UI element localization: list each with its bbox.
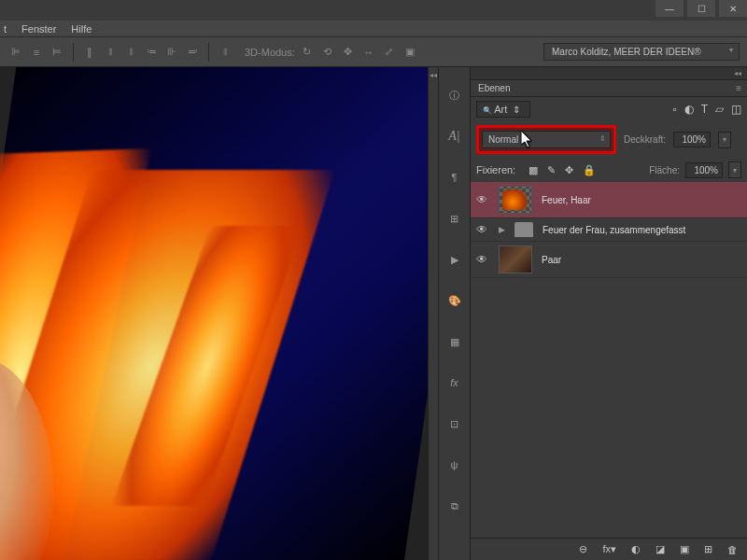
brush-icon[interactable]: ψ	[444, 455, 465, 474]
layer-style-icon[interactable]: fx▾	[602, 543, 616, 555]
adjustment-layer-icon[interactable]: ◪	[655, 543, 665, 555]
scale-icon[interactable]: ⤢	[381, 44, 398, 61]
layer-row[interactable]: 👁 Feuer, Haar	[471, 182, 747, 218]
delete-layer-icon[interactable]: 🗑	[727, 544, 738, 555]
fill-label: Fläche:	[649, 165, 680, 175]
actions-icon[interactable]: ▶	[444, 250, 465, 269]
align-icon[interactable]: ≡	[28, 44, 45, 61]
opacity-label: Deckkraft:	[624, 134, 666, 145]
distribute-icon[interactable]: ⦀	[102, 44, 119, 61]
menu-item-t[interactable]: t	[4, 23, 7, 35]
lock-fill-row: Fixieren: ▩ ✎ ✥ 🔒 Fläche: 100% ▾	[471, 158, 747, 182]
layers-footer: ⊖ fx▾ ◐ ◪ ▣ ⊞ 🗑	[471, 538, 747, 560]
visibility-toggle[interactable]: 👁	[476, 253, 489, 266]
blend-mode-dropdown[interactable]: Normal	[482, 131, 611, 148]
slide-icon[interactable]: ↔	[360, 44, 377, 61]
document-image	[0, 67, 428, 560]
lock-pixels-icon[interactable]: ✎	[547, 164, 556, 176]
layer-name[interactable]: Feuer der Frau, zusammengefasst	[543, 225, 685, 235]
mode-label: 3D-Modus:	[245, 47, 295, 58]
distribute-icon[interactable]: ⫴	[122, 44, 139, 61]
pan-icon[interactable]: ✥	[340, 44, 357, 61]
filter-shape-icon[interactable]: ▱	[715, 103, 724, 116]
distribute-icon[interactable]: ≔	[143, 44, 160, 61]
maximize-button[interactable]: ☐	[687, 0, 715, 17]
link-layers-icon[interactable]: ⊖	[579, 543, 587, 555]
layer-row[interactable]: 👁 ▶ Feuer der Frau, zusammengefasst	[471, 218, 747, 242]
opacity-input[interactable]: 100%	[673, 132, 711, 147]
filter-smart-icon[interactable]: ◫	[731, 103, 741, 116]
clone-icon[interactable]: ⧉	[444, 497, 465, 515]
new-layer-icon[interactable]: ⊞	[704, 543, 712, 555]
swatches-icon[interactable]: 🎨	[444, 291, 465, 310]
menu-item-hilfe[interactable]: Hilfe	[71, 23, 92, 35]
character-icon[interactable]: A|	[444, 127, 465, 146]
filter-type-icon[interactable]: T	[701, 103, 708, 116]
pathfinder-icon[interactable]: ⊡	[444, 414, 465, 433]
layers-panel: ◂◂ Ebenen Art ⇕ ▫ ◐ T ▱ ◫ Normal Deckkra…	[471, 67, 747, 560]
lock-position-icon[interactable]: ✥	[565, 164, 573, 176]
user-dropdown[interactable]: Marco Kolditz, MEER DER IDEEN®	[543, 43, 740, 61]
layer-name[interactable]: Feuer, Haar	[542, 195, 591, 205]
main-area: ◂◂ ⓘ A| ¶ ⊞ ▶ 🎨 ▦ fx ⊡ ψ ⧉ ◂◂ Ebenen Art…	[0, 67, 747, 560]
panel-collapse[interactable]: ◂◂	[471, 67, 747, 80]
distribute-icon[interactable]: ⦀	[217, 44, 233, 61]
menu-item-fenster[interactable]: Fenster	[21, 23, 56, 35]
blend-mode-highlight: Normal	[476, 125, 616, 154]
layer-row[interactable]: 👁 Paar	[471, 242, 747, 278]
visibility-toggle[interactable]: 👁	[476, 223, 489, 236]
styles-icon[interactable]: fx	[444, 373, 465, 392]
layer-filter-row: Art ⇕ ▫ ◐ T ▱ ◫	[471, 97, 747, 121]
opacity-slider-toggle[interactable]: ▾	[718, 132, 731, 148]
align-icon[interactable]: ⊫	[7, 44, 24, 61]
adjustments-icon[interactable]: ⊞	[444, 209, 465, 228]
distribute-icon[interactable]: ⊪	[163, 44, 180, 61]
group-expand-toggle[interactable]: ▶	[499, 225, 505, 234]
lock-label: Fixieren:	[476, 164, 515, 175]
new-group-icon[interactable]: ▣	[680, 543, 689, 555]
panel-dock: ⓘ A| ¶ ⊞ ▶ 🎨 ▦ fx ⊡ ψ ⧉	[439, 67, 471, 560]
layers-list: 👁 Feuer, Haar 👁 ▶ Feuer der Frau, zusamm…	[471, 182, 747, 538]
roll-icon[interactable]: ⟲	[319, 44, 336, 61]
options-bar: ⊫ ≡ ⊨ ‖ ⦀ ⫴ ≔ ⊪ ≕ ⦀ 3D-Modus: ↻ ⟲ ✥ ↔ ⤢ …	[0, 37, 747, 67]
blend-opacity-row: Normal Deckkraft: 100% ▾	[471, 121, 747, 158]
menu-bar: t Fenster Hilfe	[0, 21, 747, 37]
minimize-button[interactable]: —	[655, 0, 684, 17]
fill-input[interactable]: 100%	[685, 162, 723, 178]
channels-icon[interactable]: ▦	[444, 332, 465, 351]
visibility-toggle[interactable]: 👁	[476, 193, 489, 206]
layer-name[interactable]: Paar	[542, 255, 561, 265]
filter-adjust-icon[interactable]: ◐	[684, 103, 694, 116]
paragraph-icon[interactable]: ¶	[444, 168, 465, 187]
panel-collapse-strip[interactable]: ◂◂	[428, 67, 439, 560]
lock-transparent-icon[interactable]: ▩	[529, 164, 538, 176]
filter-type-dropdown[interactable]: Art ⇕	[476, 101, 530, 118]
folder-icon	[514, 222, 533, 237]
layer-thumbnail[interactable]	[499, 245, 532, 273]
orbit-icon[interactable]: ↻	[299, 44, 316, 61]
align-icon[interactable]: ⊨	[49, 44, 65, 61]
lock-all-icon[interactable]: 🔒	[583, 164, 596, 176]
camera-icon[interactable]: ▣	[402, 44, 418, 61]
distribute-icon[interactable]: ‖	[81, 44, 98, 61]
layer-thumbnail[interactable]	[499, 186, 532, 214]
filter-pixel-icon[interactable]: ▫	[672, 103, 676, 116]
close-button[interactable]: ✕	[719, 0, 747, 17]
info-icon[interactable]: ⓘ	[444, 86, 465, 105]
fill-slider-toggle[interactable]: ▾	[728, 161, 741, 178]
layer-mask-icon[interactable]: ◐	[631, 543, 641, 555]
titlebar: — ☐ ✕	[0, 0, 747, 21]
canvas[interactable]	[0, 67, 428, 560]
distribute-icon[interactable]: ≕	[184, 44, 201, 61]
panel-tab-layers[interactable]: Ebenen	[471, 80, 747, 97]
